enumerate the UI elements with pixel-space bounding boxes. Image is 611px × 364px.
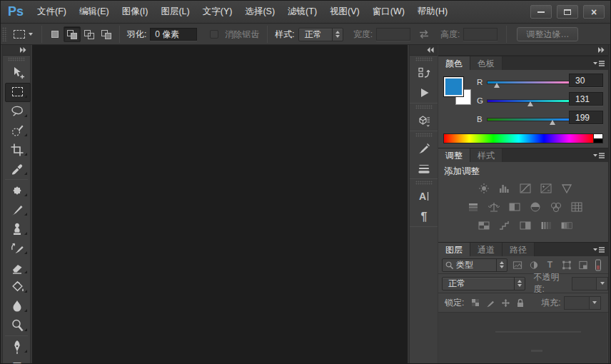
filter-adjustment-icon[interactable] [527, 258, 540, 271]
tab-styles[interactable]: 样式 [470, 148, 503, 162]
menu-filter[interactable]: 滤镜(T) [281, 1, 323, 23]
dock-grip[interactable] [415, 57, 433, 61]
panel-menu-icon[interactable] [593, 60, 605, 68]
menu-window[interactable]: 窗口(W) [366, 1, 411, 23]
lock-position-icon[interactable] [499, 296, 512, 309]
spot-healing-brush-tool[interactable] [3, 181, 31, 200]
antialias-checkbox[interactable] [210, 30, 218, 39]
menu-view[interactable]: 视图(V) [323, 1, 366, 23]
blur-tool[interactable] [3, 296, 31, 315]
subtract-selection-button[interactable] [81, 26, 98, 42]
channel-r-slider-thumb[interactable] [494, 83, 500, 88]
opacity-dropdown-button[interactable] [597, 277, 608, 290]
fill-value-box[interactable] [564, 296, 590, 310]
tab-color[interactable]: 颜色 [438, 56, 470, 70]
gradient-map-icon[interactable] [558, 219, 575, 232]
new-selection-button[interactable] [46, 26, 64, 42]
filter-kind-select[interactable]: 类型 [442, 258, 508, 272]
channel-b-slider-thumb[interactable] [550, 120, 555, 125]
eraser-tool[interactable] [3, 258, 31, 277]
rectangular-marquee-tool[interactable] [3, 82, 31, 101]
panel-edge[interactable] [608, 45, 611, 364]
lock-image-pixels-icon[interactable] [484, 296, 497, 309]
lock-all-icon[interactable] [514, 296, 527, 309]
move-tool[interactable] [3, 63, 31, 82]
paragraph-panel-button[interactable]: ¶ [410, 206, 438, 226]
options-grip[interactable] [2, 27, 7, 41]
tab-paths[interactable]: 路径 [503, 243, 535, 256]
filter-toggle-switch[interactable] [594, 259, 602, 271]
expand-toolbar-icon[interactable] [19, 47, 26, 53]
curves-icon[interactable] [517, 182, 534, 195]
dock-grip[interactable] [415, 133, 433, 137]
swap-dimensions-icon[interactable] [418, 29, 430, 39]
menu-image[interactable]: 图像(I) [116, 1, 155, 23]
filter-image-icon[interactable] [510, 258, 524, 271]
pen-tool[interactable] [3, 337, 31, 356]
levels-icon[interactable] [496, 182, 513, 195]
panel-menu-icon[interactable] [593, 152, 605, 160]
white-black-swatches[interactable] [594, 133, 603, 143]
menu-edit[interactable]: 编辑(E) [73, 1, 116, 23]
menu-file[interactable]: 文件(F) [31, 1, 73, 23]
paint-bucket-tool[interactable] [3, 277, 31, 296]
menu-help[interactable]: 帮助(H) [411, 1, 454, 23]
toolbar-grip[interactable] [8, 57, 25, 61]
filter-shape-icon[interactable] [560, 258, 573, 271]
feather-input[interactable]: 0 像素 [150, 28, 197, 41]
minimize-button[interactable] [530, 5, 552, 19]
style-select[interactable]: 正常 [298, 28, 343, 41]
expand-dock-icon[interactable] [427, 47, 434, 53]
properties-panel-button[interactable] [410, 111, 438, 131]
restore-button[interactable] [557, 5, 578, 19]
tab-channels[interactable]: 通道 [470, 243, 503, 256]
lock-transparent-pixels-icon[interactable] [469, 296, 482, 309]
threshold-icon[interactable] [517, 219, 534, 232]
history-brush-tool[interactable] [3, 238, 31, 258]
dodge-tool[interactable] [3, 315, 31, 335]
tab-adjustments[interactable]: 调整 [438, 148, 470, 162]
hue-saturation-icon[interactable] [465, 201, 482, 213]
clone-stamp-tool[interactable] [3, 219, 31, 238]
brush-presets-panel-button[interactable] [410, 158, 438, 178]
photo-filter-icon[interactable] [527, 201, 544, 213]
intersect-selection-button[interactable] [98, 26, 115, 42]
layer-list-empty[interactable] [438, 313, 611, 364]
lasso-tool[interactable] [3, 101, 31, 121]
refine-edge-button[interactable]: 调整边缘… [517, 27, 578, 41]
filter-type-icon[interactable]: T [543, 258, 557, 271]
menu-type[interactable]: 文字(Y) [196, 1, 239, 23]
menu-select[interactable]: 选择(S) [238, 1, 281, 23]
collapse-panels-icon[interactable] [597, 47, 605, 53]
dock-grip[interactable] [415, 105, 433, 109]
color-balance-icon[interactable] [485, 201, 503, 213]
channel-b-value[interactable]: 199 [569, 111, 603, 124]
tab-swatches[interactable]: 色板 [470, 56, 503, 70]
eyedropper-tool[interactable] [3, 159, 31, 178]
brush-panel-button[interactable] [410, 138, 438, 158]
tool-preset-picker[interactable] [9, 30, 37, 39]
invert-icon[interactable] [475, 219, 493, 232]
menu-layer[interactable]: 图层(L) [154, 1, 196, 23]
posterize-icon[interactable] [496, 219, 513, 232]
add-selection-button[interactable] [64, 26, 81, 42]
panel-menu-icon[interactable] [593, 246, 605, 254]
character-panel-button[interactable]: A [410, 186, 438, 206]
foreground-color-swatch[interactable] [444, 77, 463, 96]
crop-tool[interactable] [3, 140, 31, 159]
history-panel-button[interactable] [410, 63, 438, 83]
dock-grip[interactable] [415, 181, 433, 185]
selective-color-icon[interactable] [537, 219, 555, 232]
quick-selection-tool[interactable] [3, 121, 31, 140]
channel-b-slider[interactable] [487, 118, 571, 121]
width-input[interactable] [376, 28, 410, 41]
opacity-value-box[interactable] [572, 277, 597, 290]
actions-panel-button[interactable] [410, 83, 438, 103]
channel-mixer-icon[interactable] [547, 201, 565, 213]
spectrum-ramp[interactable] [443, 133, 594, 143]
brush-tool[interactable] [3, 200, 31, 219]
fill-dropdown-button[interactable] [590, 296, 601, 310]
color-lookup-icon[interactable] [568, 201, 585, 213]
height-input[interactable] [463, 28, 498, 41]
vibrance-icon[interactable] [558, 182, 575, 195]
